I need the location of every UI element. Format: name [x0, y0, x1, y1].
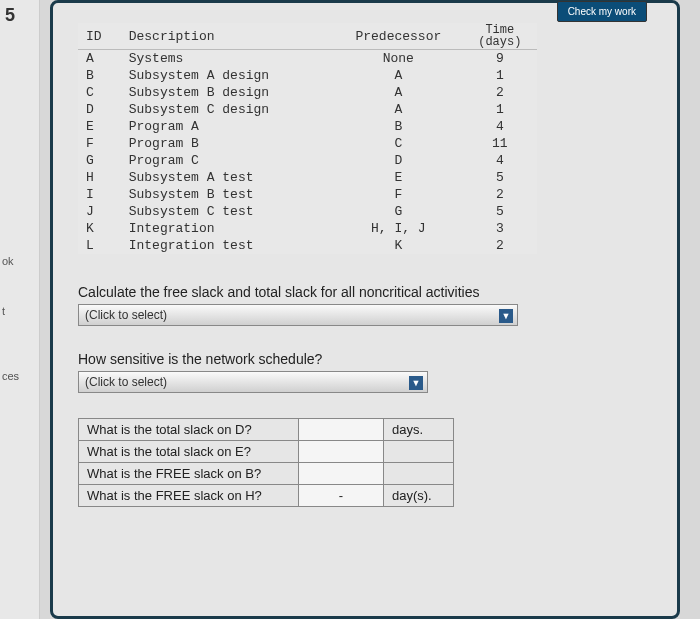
cell-description: Subsystem A design	[121, 67, 335, 84]
chevron-down-icon: ▼	[499, 309, 513, 323]
cell-time: 9	[462, 50, 537, 68]
cell-id: E	[78, 118, 121, 135]
cell-id: C	[78, 84, 121, 101]
cell-predecessor: B	[334, 118, 462, 135]
cell-description: Program B	[121, 135, 335, 152]
cell-time: 3	[462, 220, 537, 237]
slack-input-table: What is the total slack on D? days. What…	[78, 418, 454, 507]
question-slack: Calculate the free slack and total slack…	[78, 284, 652, 300]
cell-time: 5	[462, 203, 537, 220]
cell-description: Subsystem B test	[121, 186, 335, 203]
left-sidebar-fragment: 5 ok t ces	[0, 0, 40, 619]
check-my-work-button[interactable]: Check my work	[557, 1, 647, 22]
select-slack-answer[interactable]: (Click to select) ▼	[78, 304, 518, 326]
cell-description: Subsystem A test	[121, 169, 335, 186]
cell-predecessor: A	[334, 67, 462, 84]
cell-description: Program C	[121, 152, 335, 169]
cell-predecessor: None	[334, 50, 462, 68]
cell-time: 5	[462, 169, 537, 186]
cell-predecessor: H, I, J	[334, 220, 462, 237]
chevron-down-icon: ▼	[409, 376, 423, 390]
cell-time: 1	[462, 101, 537, 118]
cell-time: 2	[462, 84, 537, 101]
col-description: Description	[121, 23, 335, 50]
question-sensitivity: How sensitive is the network schedule?	[78, 351, 652, 367]
cell-predecessor: G	[334, 203, 462, 220]
unit-label	[384, 463, 454, 485]
table-row: JSubsystem C testG5	[78, 203, 537, 220]
slack-input-d[interactable]	[299, 419, 384, 441]
cell-description: Subsystem C design	[121, 101, 335, 118]
cell-time: 2	[462, 237, 537, 254]
slack-question-b: What is the FREE slack on B?	[79, 463, 299, 485]
col-time: Time (days)	[462, 23, 537, 50]
select-sensitivity-answer[interactable]: (Click to select) ▼	[78, 371, 428, 393]
table-row: What is the total slack on E?	[79, 441, 454, 463]
cell-predecessor: D	[334, 152, 462, 169]
select-placeholder: (Click to select)	[85, 375, 167, 389]
cell-id: K	[78, 220, 121, 237]
cell-predecessor: E	[334, 169, 462, 186]
cell-predecessor: A	[334, 84, 462, 101]
cell-id: F	[78, 135, 121, 152]
slack-input-h[interactable]: -	[299, 485, 384, 507]
table-row: FProgram BC11	[78, 135, 537, 152]
cell-time: 2	[462, 186, 537, 203]
col-predecessor: Predecessor	[334, 23, 462, 50]
table-row: CSubsystem B designA2	[78, 84, 537, 101]
slack-question-d: What is the total slack on D?	[79, 419, 299, 441]
table-row: ISubsystem B testF2	[78, 186, 537, 203]
slack-input-b[interactable]	[299, 463, 384, 485]
cell-predecessor: F	[334, 186, 462, 203]
table-row: What is the FREE slack on B?	[79, 463, 454, 485]
cell-description: Program A	[121, 118, 335, 135]
table-row: LIntegration testK2	[78, 237, 537, 254]
cell-description: Integration	[121, 220, 335, 237]
cell-id: L	[78, 237, 121, 254]
table-row: BSubsystem A designA1	[78, 67, 537, 84]
cell-description: Subsystem B design	[121, 84, 335, 101]
cell-time: 1	[462, 67, 537, 84]
unit-label: days.	[384, 419, 454, 441]
cell-id: H	[78, 169, 121, 186]
cell-time: 11	[462, 135, 537, 152]
slack-input-e[interactable]	[299, 441, 384, 463]
select-placeholder: (Click to select)	[85, 308, 167, 322]
table-row: EProgram AB4	[78, 118, 537, 135]
slack-question-h: What is the FREE slack on H?	[79, 485, 299, 507]
activity-table: ID Description Predecessor Time (days) A…	[78, 23, 537, 254]
cell-id: B	[78, 67, 121, 84]
table-row: What is the FREE slack on H? - day(s).	[79, 485, 454, 507]
cell-id: D	[78, 101, 121, 118]
table-row: HSubsystem A testE5	[78, 169, 537, 186]
cell-description: Systems	[121, 50, 335, 68]
table-row: ASystemsNone9	[78, 50, 537, 68]
slack-question-e: What is the total slack on E?	[79, 441, 299, 463]
cell-id: I	[78, 186, 121, 203]
table-row: GProgram CD4	[78, 152, 537, 169]
cell-id: G	[78, 152, 121, 169]
cell-predecessor: A	[334, 101, 462, 118]
cell-predecessor: K	[334, 237, 462, 254]
table-header-row: ID Description Predecessor Time (days)	[78, 23, 537, 50]
cell-predecessor: C	[334, 135, 462, 152]
col-id: ID	[78, 23, 121, 50]
cell-description: Integration test	[121, 237, 335, 254]
table-row: DSubsystem C designA1	[78, 101, 537, 118]
unit-label	[384, 441, 454, 463]
cell-description: Subsystem C test	[121, 203, 335, 220]
content-panel: Check my work ID Description Predecessor…	[50, 0, 680, 619]
table-row: KIntegrationH, I, J3	[78, 220, 537, 237]
cell-time: 4	[462, 118, 537, 135]
table-row: What is the total slack on D? days.	[79, 419, 454, 441]
cell-time: 4	[462, 152, 537, 169]
cell-id: A	[78, 50, 121, 68]
unit-label: day(s).	[384, 485, 454, 507]
cell-id: J	[78, 203, 121, 220]
